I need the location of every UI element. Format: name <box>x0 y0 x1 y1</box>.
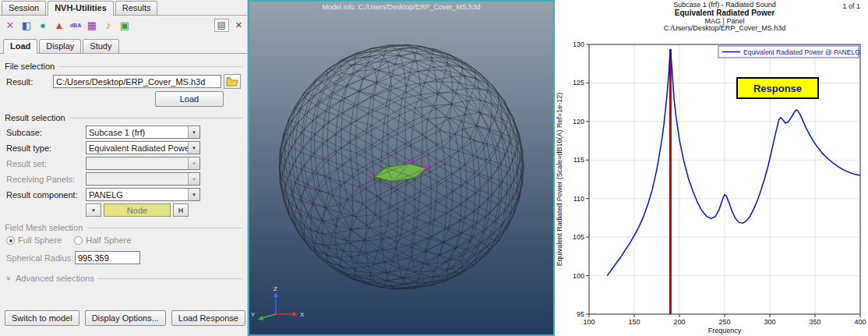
result-component-row: Result component: PANELG ▼ <box>6 188 241 201</box>
svg-text:400: 400 <box>854 318 866 326</box>
tab-results[interactable]: Results <box>115 1 158 15</box>
subcase-row: Subcase: Subcase 1 (frf) ▼ <box>6 126 241 139</box>
svg-text:350: 350 <box>809 318 820 326</box>
transfer-path-icon[interactable]: ▲ <box>52 18 66 32</box>
svg-text:100: 100 <box>583 318 595 326</box>
svg-text:130: 130 <box>573 41 584 48</box>
open-folder-icon <box>226 76 238 87</box>
advanced-selections-toggle[interactable]: » Advanced selections <box>5 274 242 283</box>
half-sphere-radio[interactable] <box>74 236 83 245</box>
sphere-type-row: Full Sphere Half Sphere <box>6 235 241 245</box>
group-divider <box>59 66 242 67</box>
sphere-mesh-view[interactable]: ZYX <box>249 2 553 334</box>
result-set-label: Result set: <box>6 159 86 168</box>
radiated-sound-icon[interactable]: ♪ <box>101 18 115 32</box>
receiving-panels-select: ▼ <box>86 172 200 186</box>
model-viewport[interactable]: Model info :C:/Users/Desktop/ERP_Cover_M… <box>248 0 555 336</box>
receiving-panels-row: Receiving Panels: ▼ <box>6 172 241 186</box>
nvh-utilities-panel: Session NVH-Utilities Results ✕◧●▲dBA▦♪▣… <box>0 0 248 336</box>
x-axis-title: Frequency <box>708 327 742 334</box>
full-sphere-radio[interactable] <box>6 236 15 245</box>
tab-display[interactable]: Display <box>39 39 81 53</box>
close-icon[interactable]: ✕ <box>235 20 242 30</box>
nvh-toolbar: ✕◧●▲dBA▦♪▣ ▤ ✕ <box>0 16 247 34</box>
image-icon[interactable]: ▣ <box>118 18 132 32</box>
svg-text:300: 300 <box>764 318 775 326</box>
chart-title-line: Subcase 1 (frf) - Radiated Sound <box>673 1 776 9</box>
chevron-down-icon: ▼ <box>188 173 199 185</box>
svg-text:125: 125 <box>573 79 584 87</box>
chevron-down-icon: ▼ <box>188 126 199 138</box>
advanced-selections-label: Advanced selections <box>16 274 94 283</box>
node-button[interactable]: Node <box>104 203 171 217</box>
dba-icon[interactable]: dBA <box>69 18 83 32</box>
legend: Equivalent Radiated Power @ PANELG <box>718 46 860 58</box>
chevron-down-icon: ▼ <box>188 157 199 169</box>
result-set-select: ▼ <box>86 157 200 170</box>
load-button[interactable]: Load <box>155 91 224 107</box>
sphere-mesh-icon[interactable]: ● <box>36 18 50 32</box>
subcase-select[interactable]: Subcase 1 (frf) ▼ <box>86 126 200 139</box>
selection-reset-button[interactable]: H <box>173 203 189 217</box>
tab-study[interactable]: Study <box>83 39 118 53</box>
load-button-row: Load <box>6 91 224 107</box>
result-file-row: Result: <box>6 74 241 89</box>
result-component-label: Result component: <box>6 190 86 200</box>
svg-text:105: 105 <box>573 233 584 241</box>
x-axis-label: X <box>300 311 305 318</box>
svg-text:250: 250 <box>718 318 730 326</box>
switch-to-model-button[interactable]: Switch to model <box>5 310 79 326</box>
full-sphere-label: Full Sphere <box>18 235 62 245</box>
result-selection-group-label: Result selection <box>5 113 242 122</box>
file-selection-group-label: File selection <box>5 62 242 71</box>
spherical-radius-input[interactable] <box>75 251 140 264</box>
svg-text:Response: Response <box>753 83 802 94</box>
curve-compare-icon[interactable]: ✕ <box>3 18 17 32</box>
expand-icon: » <box>5 274 12 282</box>
result-file-input[interactable] <box>53 75 221 88</box>
field-mesh-group-label: Field Mesh selection <box>5 223 242 232</box>
receiving-panels-label: Receiving Panels: <box>6 175 86 184</box>
chevron-down-icon: ▼ <box>188 189 199 200</box>
svg-text:100: 100 <box>573 272 584 280</box>
half-sphere-label: Half Sphere <box>86 235 131 245</box>
display-options-button[interactable]: Display Options... <box>85 310 166 326</box>
z-axis-label: Z <box>273 285 277 292</box>
tab-session[interactable]: Session <box>2 1 46 15</box>
erp-chart[interactable]: 1001502002503003504009510010511011512012… <box>555 0 868 336</box>
svg-text:120: 120 <box>573 118 584 126</box>
spherical-radius-row: Spherical Radius: <box>6 251 241 264</box>
y-axis-label: Y <box>251 311 256 318</box>
svg-text:110: 110 <box>573 195 584 203</box>
svg-text:Equivalent Radiated Power @ PA: Equivalent Radiated Power @ PANELG <box>743 48 860 56</box>
result-type-select[interactable]: Equivalent Radiated Power ▼ <box>86 141 200 154</box>
erp-plot-panel[interactable]: 1 of 1 100150200250300350400951001051101… <box>555 0 868 336</box>
response-annotation: Response <box>737 78 818 98</box>
svg-text:200: 200 <box>673 318 685 326</box>
toolbar-icon-group: ✕◧●▲dBA▦♪▣ <box>3 18 132 32</box>
workspace-tabs: Session NVH-Utilities Results <box>0 0 247 16</box>
chart-title-line: C:/Users/Desktop/ERP_Cover_MS.h3d <box>664 24 786 32</box>
field-mesh-title: Field Mesh selection <box>5 223 83 232</box>
result-selection-title: Result selection <box>5 113 65 122</box>
toolbar-right-group: ▤ ✕ <box>214 19 242 32</box>
browse-button[interactable] <box>224 74 241 89</box>
report-icon[interactable]: ▤ <box>214 19 229 32</box>
model-info-header: Model info :C:/Users/Desktop/ERP_Cover_M… <box>249 3 553 11</box>
result-set-row: Result set: ▼ <box>6 157 241 170</box>
load-response-button[interactable]: Load Response <box>171 310 245 326</box>
grid-icon[interactable]: ▦ <box>85 18 99 32</box>
result-component-select[interactable]: PANELG ▼ <box>86 188 200 201</box>
tab-nvh-utilities[interactable]: NVH-Utilities <box>48 1 114 16</box>
node-selector-row: ▼ Node H <box>86 203 241 217</box>
spherical-radius-label: Spherical Radius: <box>6 253 75 263</box>
y-axis-title: Equivalent Radiated Power (Scale=dB10(A)… <box>556 93 563 267</box>
result-component-value: PANELG <box>86 190 123 200</box>
node-dropdown-button[interactable]: ▼ <box>86 203 101 217</box>
svg-text:115: 115 <box>573 156 584 164</box>
modal-participation-icon[interactable]: ◧ <box>19 18 34 32</box>
group-divider <box>87 228 242 228</box>
file-selection-title: File selection <box>5 62 55 71</box>
tab-load[interactable]: Load <box>3 39 37 54</box>
svg-text:95: 95 <box>577 310 584 318</box>
